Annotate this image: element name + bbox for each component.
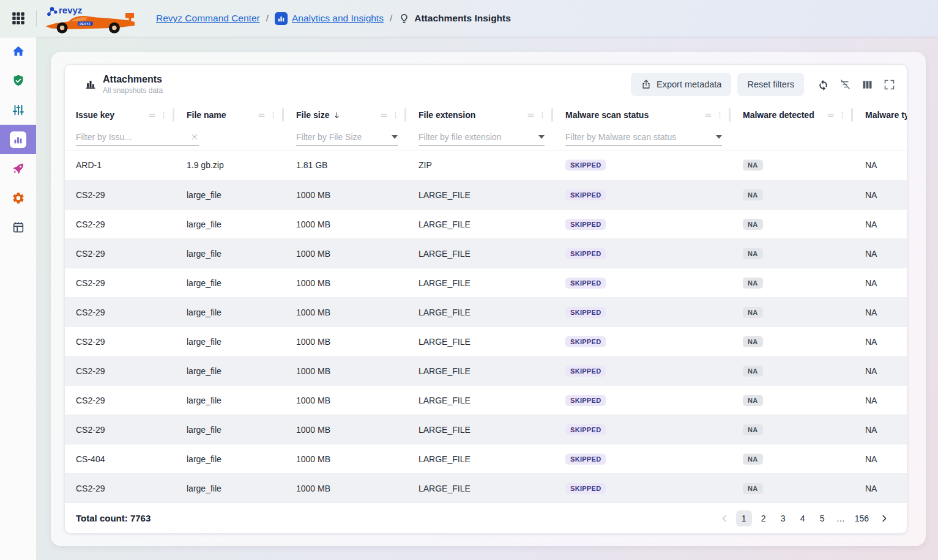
cell-malware_detected: NA [732, 160, 854, 171]
drag-icon [147, 111, 157, 120]
table-row[interactable]: CS2-29large_file1000 MBLARGE_FILESKIPPED… [65, 268, 907, 297]
page-button-2[interactable]: 2 [756, 510, 772, 526]
fullscreen-button[interactable] [880, 75, 898, 94]
column-drag-handle[interactable] [704, 111, 713, 120]
columns-button[interactable] [858, 75, 876, 94]
table-row[interactable]: CS2-29large_file1000 MBLARGE_FILESKIPPED… [65, 473, 907, 503]
sidebar-item-sliders[interactable] [0, 95, 36, 125]
notebook-icon [12, 221, 25, 234]
column-menu-button[interactable] [269, 111, 278, 120]
column-drag-handle[interactable] [147, 111, 157, 120]
filter-select-scan_status[interactable]: Filter by Malware scan status [565, 128, 722, 146]
active-icon-box [10, 131, 26, 148]
cell-file_size: 1000 MB [285, 278, 408, 288]
column-header-file_extension: File extension [408, 104, 554, 126]
sidebar-item-home[interactable] [0, 37, 36, 66]
column-separator [282, 108, 284, 122]
cell-file_name: large_file [176, 396, 285, 405]
column-label: Malware scan status [565, 110, 649, 120]
table-row[interactable]: CS2-29large_file1000 MBLARGE_FILESKIPPED… [65, 238, 907, 268]
column-menu-button[interactable] [538, 111, 547, 120]
reset-filters-label: Reset filters [747, 79, 794, 89]
scan-status-badge: SKIPPED [565, 248, 606, 259]
column-drag-handle[interactable] [526, 111, 535, 120]
sort-desc-button[interactable] [332, 111, 341, 120]
column-separator [173, 108, 174, 122]
table-row[interactable]: CS2-29large_file1000 MBLARGE_FILESKIPPED… [65, 414, 907, 444]
svg-text:REVYZ: REVYZ [80, 22, 91, 26]
column-drag-handle[interactable] [379, 111, 389, 120]
cell-file_name: large_file [176, 337, 285, 347]
refresh-button[interactable] [814, 75, 832, 94]
chart-bars-icon [12, 134, 24, 146]
table-header-row: Issue keyFile nameFile sizeFile extensio… [65, 104, 907, 126]
table-row[interactable]: CS2-29large_file1000 MBLARGE_FILESKIPPED… [65, 326, 907, 356]
malware-detected-badge: NA [743, 307, 763, 318]
filter-input-issue_key[interactable] [76, 132, 187, 142]
table-row[interactable]: CS2-29large_file1000 MBLARGE_FILESKIPPED… [65, 297, 907, 326]
page-button-156[interactable]: 156 [851, 510, 873, 526]
column-drag-handle[interactable] [257, 111, 266, 120]
table-row[interactable]: CS2-29large_file1000 MBLARGE_FILESKIPPED… [65, 209, 907, 238]
column-menu-button[interactable] [838, 111, 847, 120]
page-button-1[interactable]: 1 [736, 510, 752, 526]
cell-issue_key: CS2-29 [65, 425, 176, 435]
scan-status-badge: SKIPPED [565, 454, 606, 465]
cell-file_size: 1000 MB [285, 190, 408, 200]
breadcrumb-separator: / [266, 13, 269, 24]
drag-icon [826, 111, 835, 120]
column-menu-button[interactable] [715, 111, 724, 120]
home-icon [12, 45, 25, 58]
fullscreen-icon [883, 78, 896, 91]
gear-icon [12, 191, 25, 205]
column-filter-scan_status: Filter by Malware scan status [554, 126, 732, 150]
filter-off-button[interactable] [836, 75, 854, 94]
column-label: File name [187, 110, 226, 120]
table-row[interactable]: ARD-11.9 gb.zip1.81 GBZIPSKIPPEDNANA [65, 150, 907, 180]
sidebar-item-settings[interactable] [0, 183, 36, 213]
column-menu-button[interactable] [391, 111, 400, 120]
column-menu-button[interactable] [159, 111, 168, 120]
table-row[interactable]: CS-404large_file1000 MBLARGE_FILESKIPPED… [65, 444, 907, 473]
filter-select-file_extension[interactable]: Filter by file extension [419, 128, 545, 146]
cell-scan_status: SKIPPED [554, 307, 732, 318]
sidebar-item-rocket[interactable] [0, 154, 36, 183]
app-grid-button[interactable] [0, 0, 36, 37]
column-drag-handle[interactable] [826, 111, 835, 120]
cell-malware_type: NA [854, 396, 907, 405]
page-button-4[interactable]: 4 [795, 510, 811, 526]
table-row[interactable]: CS2-29large_file1000 MBLARGE_FILESKIPPED… [65, 385, 907, 414]
breadcrumb-link-command-center[interactable]: Revyz Command Center [156, 13, 260, 24]
breadcrumb-link-analytics[interactable]: Analytics and Insights [292, 13, 384, 24]
filter-select-placeholder: Filter by Malware scan status [565, 132, 712, 142]
page-button-3[interactable]: 3 [775, 510, 791, 526]
column-tools [147, 111, 168, 120]
card-title: Attachments [103, 74, 163, 85]
column-tools [526, 111, 547, 120]
column-separator [404, 108, 406, 122]
page-next-button[interactable] [876, 510, 892, 526]
table-row[interactable]: CS2-29large_file1000 MBLARGE_FILESKIPPED… [65, 180, 907, 209]
attachments-card: Attachments All snapshots data Export me… [64, 64, 907, 534]
kebab-icon [269, 111, 278, 120]
sidebar-item-reports[interactable] [0, 213, 36, 242]
app-grid-icon [10, 10, 26, 26]
table-row[interactable]: CS2-29large_file1000 MBLARGE_FILESKIPPED… [65, 356, 907, 385]
reset-filters-button[interactable]: Reset filters [737, 73, 804, 96]
cell-scan_status: SKIPPED [554, 336, 732, 347]
sidebar-item-analytics[interactable] [0, 125, 36, 154]
column-header-malware_type: Malware type [854, 104, 907, 126]
column-separator [729, 108, 731, 122]
filter-select-file_size[interactable]: Filter by File Size [296, 128, 398, 146]
cell-file_name: large_file [176, 308, 285, 317]
column-filter-file_name [176, 126, 285, 150]
sidebar-item-shield[interactable] [0, 66, 36, 95]
cell-malware_detected: NA [732, 248, 854, 259]
page-prev-button[interactable] [717, 510, 732, 526]
page-button-5[interactable]: 5 [814, 510, 830, 526]
total-count-label: Total count: [76, 513, 128, 523]
export-metadata-button[interactable]: Export metadata [631, 73, 731, 96]
cell-issue_key: CS2-29 [65, 484, 176, 493]
drag-icon [526, 111, 535, 120]
revyz-logo[interactable]: revyz REVYZ [42, 1, 143, 35]
